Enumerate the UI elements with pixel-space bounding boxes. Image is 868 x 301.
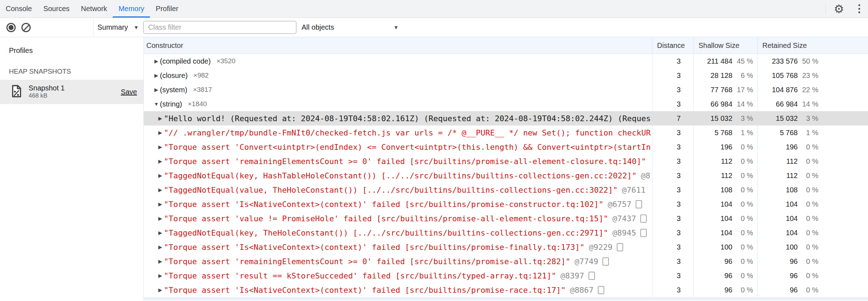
expand-arrow-icon[interactable]: ▶ — [153, 58, 159, 64]
expand-arrow-icon[interactable]: ▶ — [153, 73, 159, 78]
string-object-row[interactable]: ▶"TaggedNotEqual(key, TheHoleConstant())… — [144, 226, 868, 240]
shallow-size-cell-percent: 14 % — [732, 100, 753, 108]
expand-arrow-icon[interactable]: ▶ — [157, 287, 163, 293]
constructor-name: (compiled code) — [160, 57, 211, 65]
memory-panel-content: Profiles HEAP SNAPSHOTS Snapshot 1 468 k… — [0, 37, 868, 300]
string-object-row[interactable]: ▶"Hello world! (Requested at: 2024-08-19… — [144, 111, 868, 125]
distance-cell-value: 3 — [677, 200, 681, 208]
shallow-size-cell-percent: 0 % — [732, 157, 753, 166]
retained-size-cell-percent: 0 % — [798, 286, 818, 294]
object-scope-select[interactable]: All objects ▼ — [302, 18, 399, 37]
shallow-size-cell: 66 98414 % — [693, 97, 757, 111]
object-marker-icon — [598, 286, 604, 294]
object-id: @7437 — [612, 214, 636, 223]
retained-size-cell-value: 104 876 — [772, 86, 798, 94]
chevron-down-icon: ▼ — [133, 24, 139, 30]
constructor-cell: ▶(system)×3817 — [144, 83, 652, 97]
distance-cell-value: 3 — [677, 186, 681, 194]
distance-cell-value: 3 — [677, 229, 681, 237]
string-object-row[interactable]: ▶"TaggedNotEqual(key, HashTableHoleConst… — [144, 168, 868, 183]
column-header-constructor[interactable]: Constructor — [144, 37, 652, 54]
expand-arrow-icon[interactable]: ▶ — [157, 130, 163, 135]
string-object-row[interactable]: ▶"Torque assert 'remainingElementsCount … — [144, 254, 868, 268]
expand-arrow-icon[interactable]: ▶ — [157, 115, 163, 121]
retained-size-cell-value: 5 768 — [780, 129, 798, 137]
constructor-name: (closure) — [160, 71, 188, 80]
snapshot-info: Snapshot 1 468 kB — [29, 84, 121, 99]
heap-snapshot-grid: Constructor Distance Shallow Size Retain… — [144, 37, 868, 300]
expand-arrow-icon[interactable]: ▶ — [157, 201, 163, 207]
expand-arrow-icon[interactable]: ▶ — [157, 244, 163, 250]
expand-arrow-icon[interactable]: ▶ — [157, 273, 163, 278]
tab-network[interactable]: Network — [75, 0, 113, 18]
clear-profiles-icon[interactable] — [21, 23, 31, 32]
column-header-retained-size[interactable]: Retained Size — [757, 37, 868, 54]
string-object-row[interactable]: ▶"// .wrangler/tmp/bundle-FmNIt0/checked… — [144, 125, 868, 140]
perspective-select[interactable]: Summary ▼ — [97, 18, 139, 37]
shallow-size-cell: 1040 % — [693, 197, 757, 211]
grid-header: Constructor Distance Shallow Size Retain… — [144, 37, 868, 54]
take-snapshot-icon[interactable] — [6, 23, 16, 32]
string-object-row[interactable]: ▶"Torque assert 'remainingElementsCount … — [144, 154, 868, 168]
collapse-arrow-icon[interactable]: ▼ — [153, 101, 159, 107]
constructor-cell: ▶"TaggedNotEqual(key, TheHoleConstant())… — [144, 226, 652, 240]
distance-cell: 3 — [652, 140, 693, 154]
shallow-size-cell: 28 1286 % — [693, 68, 757, 83]
constructor-group-row[interactable]: ▶(compiled code)×35203211 48445 %233 576… — [144, 54, 868, 68]
object-marker-icon — [602, 257, 609, 266]
shallow-size-cell-value: 112 — [721, 172, 732, 180]
retained-size-cell-percent: 0 % — [798, 186, 818, 194]
more-options-icon[interactable] — [856, 3, 862, 15]
sidebar-item-snapshot-1[interactable]: Snapshot 1 468 kB Save — [0, 80, 143, 104]
tab-memory[interactable]: Memory — [113, 0, 150, 18]
expand-arrow-icon[interactable]: ▶ — [157, 173, 163, 178]
string-object-row[interactable]: ▶"Torque assert 'Is<NativeContext>(conte… — [144, 240, 868, 254]
string-object-row[interactable]: ▶"Torque assert 'Is<NativeContext>(conte… — [144, 283, 868, 297]
string-value: "Torque assert 'Is<NativeContext>(contex… — [164, 200, 604, 209]
expand-arrow-icon[interactable]: ▶ — [157, 158, 163, 164]
column-header-shallow-size[interactable]: Shallow Size — [693, 37, 757, 54]
distance-cell: 3 — [652, 54, 693, 68]
string-object-row[interactable]: ▶"TaggedNotEqual(value, TheHoleConstant(… — [144, 183, 868, 197]
retained-size-cell-value: 104 — [786, 214, 798, 223]
retained-size-cell-value: 100 — [786, 243, 798, 251]
retained-size-cell-percent: 3 % — [798, 114, 818, 123]
expand-arrow-icon[interactable]: ▶ — [153, 87, 159, 93]
retained-size-cell-percent: 0 % — [798, 172, 818, 180]
shallow-size-cell-value: 108 — [721, 186, 732, 194]
retained-size-cell-value: 104 — [786, 200, 798, 208]
string-object-row[interactable]: ▶"Torque assert 'result == kStoreSuccede… — [144, 268, 868, 283]
column-header-distance[interactable]: Distance — [652, 37, 693, 54]
shallow-size-cell-value: 15 032 — [711, 114, 732, 123]
expand-arrow-icon[interactable]: ▶ — [157, 144, 163, 150]
retained-size-cell-value: 233 576 — [772, 57, 798, 65]
tab-profiler[interactable]: Profiler — [150, 0, 184, 18]
constructor-group-row[interactable]: ▶(system)×3817377 76817 %104 87622 % — [144, 83, 868, 97]
retained-size-cell-percent: 0 % — [798, 229, 818, 237]
settings-gear-icon[interactable]: ⚙ — [834, 3, 844, 15]
tab-sources[interactable]: Sources — [37, 0, 75, 18]
shallow-size-cell-value: 196 — [721, 143, 732, 151]
object-id: @7611 — [622, 186, 646, 194]
constructor-cell: ▶(compiled code)×3520 — [144, 54, 652, 68]
perspective-select-value: Summary — [97, 23, 128, 31]
save-snapshot-link[interactable]: Save — [121, 88, 137, 96]
expand-arrow-icon[interactable]: ▶ — [157, 230, 163, 236]
constructor-group-row[interactable]: ▼(string)×1840366 98414 %66 98414 % — [144, 97, 868, 111]
string-object-row[interactable]: ▶"Torque assert 'Is<NativeContext>(conte… — [144, 197, 868, 211]
string-object-row[interactable]: ▶"Torque assert 'Convert<uintptr>(endInd… — [144, 140, 868, 154]
distance-cell: 7 — [652, 111, 693, 125]
string-object-row[interactable]: ▶"Torque assert 'value != PromiseHole' f… — [144, 211, 868, 226]
expand-arrow-icon[interactable]: ▶ — [157, 216, 163, 221]
expand-arrow-icon[interactable]: ▶ — [157, 258, 163, 264]
constructor-group-row[interactable]: ▶(closure)×982328 1286 %105 76823 % — [144, 68, 868, 83]
constructor-cell: ▶"// .wrangler/tmp/bundle-FmNIt0/checked… — [144, 125, 652, 140]
distance-cell: 3 — [652, 154, 693, 168]
shallow-size-cell-percent: 0 % — [732, 229, 753, 237]
shallow-size-cell-percent: 1 % — [732, 129, 753, 137]
tab-console[interactable]: Console — [0, 0, 37, 18]
retained-size-cell: 1080 % — [757, 183, 868, 197]
shallow-size-cell-value: 211 484 — [707, 57, 732, 65]
class-filter-input[interactable] — [143, 21, 297, 34]
expand-arrow-icon[interactable]: ▶ — [157, 187, 163, 193]
